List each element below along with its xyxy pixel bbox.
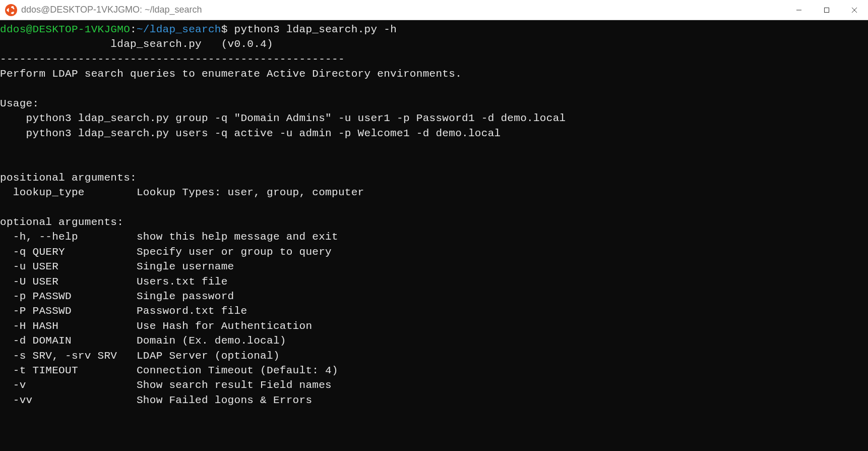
output-opt-P: -P PASSWD Password.txt file	[0, 305, 247, 317]
output-positional-lookup: lookup_type Lookup Types: user, group, c…	[0, 187, 364, 198]
output-positional-header: positional arguments:	[0, 172, 137, 184]
output-opt-v: -v Show search result Field names	[0, 379, 332, 391]
window-controls	[785, 0, 868, 20]
close-button[interactable]	[840, 0, 868, 20]
output-opt-H: -H HASH Use Hash for Authentication	[0, 320, 312, 332]
output-opt-p: -p PASSWD Single password	[0, 291, 234, 302]
command-text: python3 ldap_search.py -h	[234, 24, 397, 35]
ubuntu-icon	[5, 4, 17, 16]
output-usage-2: python3 ldap_search.py users -q active -…	[0, 128, 501, 139]
terminal-output[interactable]: ddos@DESKTOP-1VKJGMO:~/ldap_search$ pyth…	[0, 20, 868, 451]
output-opt-U: -U USER Users.txt file	[0, 276, 228, 288]
output-usage-1: python3 ldap_search.py group -q "Domain …	[0, 112, 566, 124]
output-optional-header: optional arguments:	[0, 216, 123, 228]
output-opt-u: -u USER Single username	[0, 261, 234, 272]
prompt-colon: :	[130, 24, 137, 35]
output-divider: ----------------------------------------…	[0, 53, 345, 65]
window-titlebar: ddos@DESKTOP-1VKJGMO: ~/ldap_search	[0, 0, 868, 20]
window-title: ddos@DESKTOP-1VKJGMO: ~/ldap_search	[21, 5, 785, 15]
minimize-button[interactable]	[785, 0, 813, 20]
output-description: Perform LDAP search queries to enumerate…	[0, 68, 462, 80]
svg-rect-5	[824, 8, 829, 12]
output-opt-q: -q QUERY Specify user or group to query	[0, 246, 332, 258]
output-opt-d: -d DOMAIN Domain (Ex. demo.local)	[0, 335, 286, 347]
output-opt-t: -t TIMEOUT Connection Timeout (Default: …	[0, 365, 338, 376]
output-opt-vv: -vv Show Failed logons & Errors	[0, 394, 312, 406]
prompt-user-host: ddos@DESKTOP-1VKJGMO	[0, 24, 130, 35]
output-usage-header: Usage:	[0, 98, 39, 109]
prompt-path: ~/ldap_search	[137, 24, 221, 35]
prompt-dollar: $	[221, 24, 234, 35]
output-opt-h: -h, --help show this help message and ex…	[0, 231, 338, 243]
output-opt-s: -s SRV, -srv SRV LDAP Server (optional)	[0, 350, 280, 362]
maximize-button[interactable]	[813, 0, 840, 20]
output-banner: ldap_search.py (v0.0.4)	[0, 38, 273, 50]
